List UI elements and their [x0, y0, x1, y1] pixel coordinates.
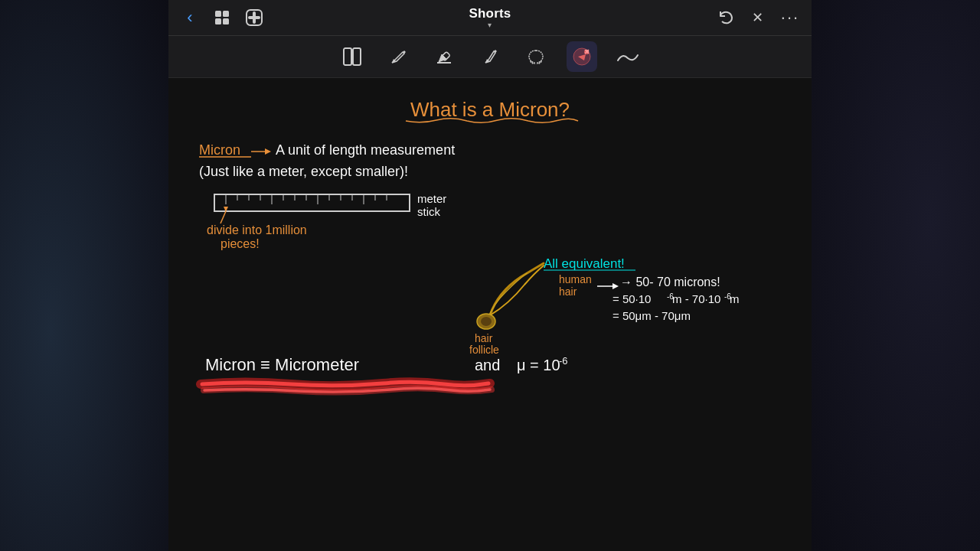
more-button[interactable]: ···	[779, 7, 801, 28]
svg-rect-1	[223, 11, 229, 17]
left-panel	[0, 0, 168, 551]
bottom-eq-left: Micron ≡ Micrometer	[205, 355, 359, 374]
stick-label: stick	[417, 205, 441, 218]
stroke-tool[interactable]	[612, 41, 643, 72]
eq-line2b: m - 70·10	[672, 292, 720, 305]
eq-line2c: m	[730, 292, 740, 305]
add-button[interactable]	[243, 7, 265, 28]
divide-text-line1: divide into 1million	[207, 223, 307, 236]
svg-line-35	[220, 211, 226, 223]
micron-label: Micron	[199, 142, 240, 158]
bottom-eq-exp: -6	[559, 355, 568, 367]
svg-rect-19	[214, 194, 410, 211]
pen-tool[interactable]	[383, 41, 413, 72]
svg-point-39	[481, 317, 492, 326]
chevron-icon: ▾	[488, 21, 492, 29]
equivalent-label: All equivalent!	[544, 256, 625, 271]
drawing-canvas: What is a Micron? Micron A unit of lengt…	[168, 78, 812, 551]
toolbar	[168, 36, 812, 78]
svg-rect-3	[223, 18, 229, 24]
svg-rect-2	[215, 18, 221, 24]
top-bar-center: Shorts ▾	[469, 6, 511, 29]
eq-line3: = 50μm - 70μm	[612, 309, 691, 322]
page-title: Shorts	[469, 6, 511, 21]
right-panel	[812, 0, 980, 551]
eraser-tool[interactable]	[429, 41, 459, 72]
svg-rect-7	[344, 48, 351, 65]
meter-stick-label: meter	[417, 192, 446, 205]
hair-follicle-label-line1: hair	[475, 332, 493, 344]
definition-line2: (Just like a meter, except smaller)!	[199, 164, 408, 179]
content-area: What is a Micron? Micron A unit of lengt…	[168, 78, 812, 551]
close-button[interactable]: ✕	[747, 7, 769, 28]
definition-line1: A unit of length measurement	[276, 142, 455, 158]
panel-tool[interactable]	[337, 41, 368, 72]
svg-marker-17	[265, 148, 271, 155]
highlighter-tool[interactable]	[567, 41, 597, 72]
lasso-tool[interactable]	[521, 41, 551, 72]
eq-line2: = 50·10	[612, 292, 651, 305]
top-bar-right: ✕ ···	[715, 7, 801, 28]
grid-button[interactable]	[211, 7, 233, 28]
bottom-eq-and: and	[475, 357, 500, 373]
undo-button[interactable]	[715, 7, 737, 28]
svg-marker-41	[612, 283, 619, 289]
title-text: What is a Micron?	[410, 98, 570, 121]
marker-tool[interactable]	[475, 41, 505, 72]
svg-rect-0	[215, 11, 221, 17]
top-bar-left: ‹	[179, 7, 265, 28]
svg-rect-8	[353, 48, 361, 65]
main-canvas: ‹ Shorts ▾	[168, 0, 812, 551]
back-button[interactable]: ‹	[179, 7, 201, 28]
svg-rect-5	[248, 16, 260, 19]
top-bar: ‹ Shorts ▾	[168, 0, 812, 36]
bottom-eq-mu: μ = 10	[517, 357, 560, 373]
human-hair-label-line2: hair	[559, 285, 577, 298]
hair-follicle-label-line2: follicle	[469, 344, 499, 356]
eq-line1: → 50- 70 microns!	[620, 276, 720, 289]
divide-text-line2: pieces!	[220, 237, 260, 250]
human-hair-label-line1: human	[559, 273, 592, 285]
